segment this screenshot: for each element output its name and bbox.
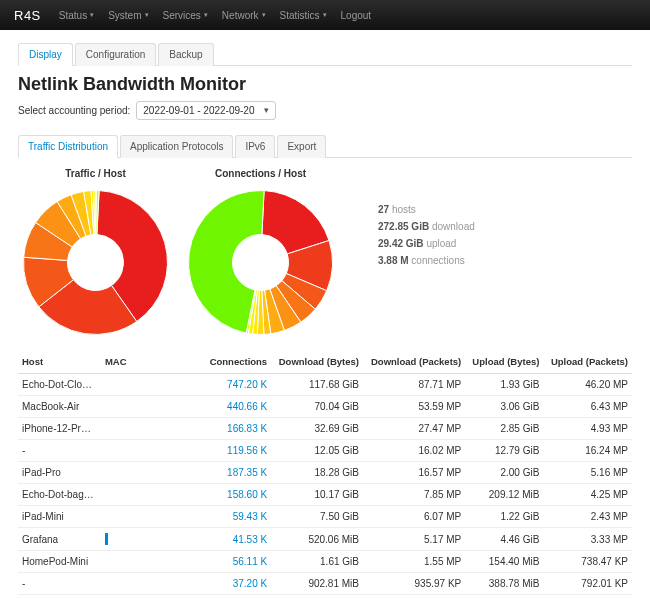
- cell: 32.69 GiB: [271, 418, 363, 440]
- nav-item-statistics[interactable]: Statistics▾: [280, 10, 327, 21]
- main-container: DisplayConfigurationBackup Netlink Bandw…: [0, 30, 650, 598]
- col-header[interactable]: Connections: [203, 350, 271, 374]
- cell: iPad-Pro: [18, 462, 101, 484]
- cell: 27.47 MP: [363, 418, 465, 440]
- conn-chart-title: Connections / Host: [183, 168, 338, 179]
- tab-configuration[interactable]: Configuration: [75, 43, 156, 66]
- subtab-export[interactable]: Export: [277, 135, 326, 158]
- cell: 520.06 MiB: [271, 528, 363, 551]
- brand: R4S: [14, 8, 41, 23]
- cell[interactable]: 158.60 K: [203, 484, 271, 506]
- table-row: HomePod-Mini56.11 K1.61 GiB1.55 MP154.40…: [18, 551, 632, 573]
- cell: 10.17 GiB: [271, 484, 363, 506]
- cell: iPad-Mini: [18, 506, 101, 528]
- caret-icon: ▾: [262, 11, 266, 19]
- cell: 738.47 KP: [543, 551, 632, 573]
- stat-upload: 29.42 GiB upload: [378, 238, 475, 249]
- subtab-application-protocols[interactable]: Application Protocols: [120, 135, 233, 158]
- traffic-chart-block: Traffic / Host: [18, 168, 173, 340]
- cell: 53.59 MP: [363, 396, 465, 418]
- cell: 16.57 MP: [363, 462, 465, 484]
- cell[interactable]: 56.11 K: [203, 551, 271, 573]
- nav-item-logout[interactable]: Logout: [341, 10, 372, 21]
- cell: 12.05 GiB: [271, 440, 363, 462]
- nav-item-status[interactable]: Status▾: [59, 10, 94, 21]
- cell: 4.93 MP: [543, 418, 632, 440]
- tab-display[interactable]: Display: [18, 43, 73, 66]
- cell: [101, 528, 203, 551]
- cell: Echo-Dot-Clo…: [18, 374, 101, 396]
- cell: 792.01 KP: [543, 573, 632, 595]
- cell: [101, 396, 203, 418]
- nav-item-network[interactable]: Network▾: [222, 10, 266, 21]
- cell: 2.85 GiB: [465, 418, 543, 440]
- cell[interactable]: 59.43 K: [203, 506, 271, 528]
- cell: HomePod-Mini: [18, 551, 101, 573]
- cell: 5.16 MP: [543, 462, 632, 484]
- caret-icon: ▾: [204, 11, 208, 19]
- cell: 902.81 MiB: [271, 573, 363, 595]
- cell: [101, 440, 203, 462]
- subtab-traffic-distribution[interactable]: Traffic Distribution: [18, 135, 118, 158]
- cell[interactable]: 119.56 K: [203, 440, 271, 462]
- cell: 12.79 GiB: [465, 440, 543, 462]
- col-header[interactable]: Upload (Packets): [543, 350, 632, 374]
- cell[interactable]: 187.35 K: [203, 462, 271, 484]
- table-row: Echo-Dot-bag…158.60 K10.17 GiB7.85 MP209…: [18, 484, 632, 506]
- cell: 154.40 MiB: [465, 551, 543, 573]
- cell: [101, 462, 203, 484]
- caret-icon: ▾: [90, 11, 94, 19]
- nav-item-system[interactable]: System▾: [108, 10, 148, 21]
- caret-icon: ▾: [145, 11, 149, 19]
- table-row: Grafana41.53 K520.06 MiB5.17 MP4.46 GiB3…: [18, 528, 632, 551]
- charts-row: Traffic / Host Connections / Host 27 hos…: [18, 168, 632, 340]
- cell: [101, 506, 203, 528]
- cell[interactable]: 747.20 K: [203, 374, 271, 396]
- subtab-ipv6[interactable]: IPv6: [235, 135, 275, 158]
- table-row: -119.56 K12.05 GiB16.02 MP12.79 GiB16.24…: [18, 440, 632, 462]
- cell: iPhone-12-Pr…: [18, 418, 101, 440]
- cell: 7.85 MP: [363, 484, 465, 506]
- col-header[interactable]: Download (Bytes): [271, 350, 363, 374]
- col-header[interactable]: Upload (Bytes): [465, 350, 543, 374]
- stat-hosts: 27 hosts: [378, 204, 475, 215]
- cell: 87.71 MP: [363, 374, 465, 396]
- col-header[interactable]: MAC: [101, 350, 203, 374]
- cell: 7.50 GiB: [271, 506, 363, 528]
- tab-backup[interactable]: Backup: [158, 43, 213, 66]
- table-row: iPad-Pro187.35 K18.28 GiB16.57 MP2.00 Gi…: [18, 462, 632, 484]
- cell: 3.06 GiB: [465, 396, 543, 418]
- traffic-chart: [18, 185, 173, 340]
- page-title: Netlink Bandwidth Monitor: [18, 74, 632, 95]
- cell: 935.97 KP: [363, 573, 465, 595]
- cell: 16.24 MP: [543, 440, 632, 462]
- cell: MacBook-Air: [18, 396, 101, 418]
- cell[interactable]: 37.20 K: [203, 573, 271, 595]
- cell: 70.04 GiB: [271, 396, 363, 418]
- table-row: iPad-Mini59.43 K7.50 GiB6.07 MP1.22 GiB2…: [18, 506, 632, 528]
- cell: 388.78 MiB: [465, 573, 543, 595]
- col-header[interactable]: Download (Packets): [363, 350, 465, 374]
- nav-item-services[interactable]: Services▾: [163, 10, 208, 21]
- cell: [101, 374, 203, 396]
- cell[interactable]: 440.66 K: [203, 396, 271, 418]
- period-row: Select accounting period: 2022-09-01 - 2…: [18, 101, 632, 120]
- sub-tabs: Traffic DistributionApplication Protocol…: [18, 134, 632, 158]
- conn-chart-block: Connections / Host: [183, 168, 338, 340]
- cell: Grafana: [18, 528, 101, 551]
- cell: 117.68 GiB: [271, 374, 363, 396]
- period-select[interactable]: 2022-09-01 - 2022-09-20: [136, 101, 275, 120]
- cell: 1.93 GiB: [465, 374, 543, 396]
- cell: [101, 418, 203, 440]
- cell: -: [18, 440, 101, 462]
- stats-column: 27 hosts 272.85 GiB download 29.42 GiB u…: [378, 204, 475, 272]
- cell[interactable]: 166.83 K: [203, 418, 271, 440]
- table-row: -37.20 K902.81 MiB935.97 KP388.78 MiB792…: [18, 573, 632, 595]
- cell: 4.46 GiB: [465, 528, 543, 551]
- cell[interactable]: 41.53 K: [203, 528, 271, 551]
- period-label: Select accounting period:: [18, 105, 130, 116]
- cell: 1.61 GiB: [271, 551, 363, 573]
- host-table: HostMACConnectionsDownload (Bytes)Downlo…: [18, 350, 632, 598]
- col-header[interactable]: Host: [18, 350, 101, 374]
- cell: 2.00 GiB: [465, 462, 543, 484]
